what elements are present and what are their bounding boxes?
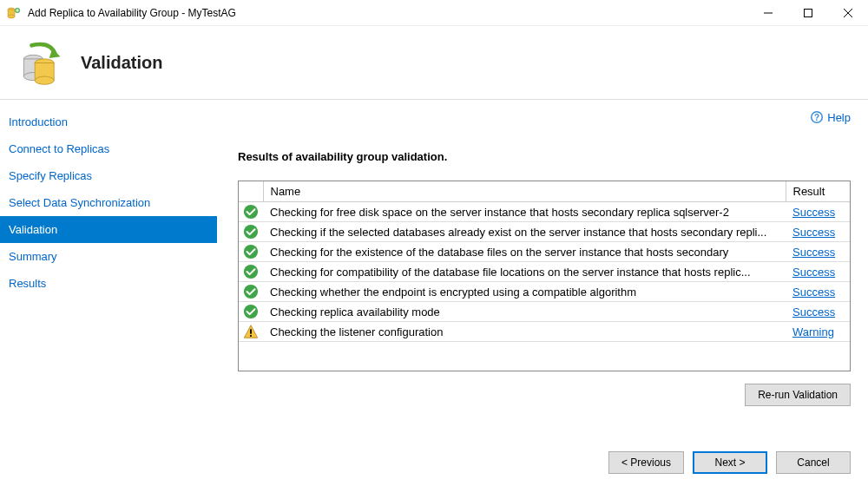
cancel-button[interactable]: Cancel bbox=[776, 451, 851, 474]
sidebar-item-specify-replicas[interactable]: Specify Replicas bbox=[0, 162, 217, 189]
results-title: Results of availability group validation… bbox=[238, 150, 851, 163]
sidebar-item-label: Select Data Synchronization bbox=[9, 196, 150, 209]
maximize-button[interactable] bbox=[788, 0, 828, 26]
help-icon: ? bbox=[810, 110, 824, 124]
table-row: Checking replica availability modeSucces… bbox=[239, 302, 850, 322]
result-link[interactable]: Success bbox=[792, 305, 835, 319]
maximize-icon bbox=[804, 9, 812, 17]
svg-point-23 bbox=[244, 305, 258, 319]
validation-result-cell: Warning bbox=[786, 322, 850, 342]
close-button[interactable] bbox=[828, 0, 868, 26]
page-title: Validation bbox=[81, 53, 162, 73]
svg-point-14 bbox=[35, 76, 54, 84]
column-header-result: Result bbox=[786, 181, 850, 202]
success-icon bbox=[239, 282, 263, 302]
table-row: Checking whether the endpoint is encrypt… bbox=[239, 282, 850, 302]
validation-result-cell: Success bbox=[786, 222, 850, 242]
validation-check-name: Checking for the existence of the databa… bbox=[263, 242, 786, 262]
table-row: Checking for free disk space on the serv… bbox=[239, 202, 850, 222]
validation-check-name: Checking if the selected databases alrea… bbox=[263, 222, 786, 242]
sidebar-item-label: Introduction bbox=[9, 115, 68, 128]
table-row: Checking for compatibility of the databa… bbox=[239, 262, 850, 282]
validation-check-name: Checking for compatibility of the databa… bbox=[263, 262, 786, 282]
next-button[interactable]: Next > bbox=[693, 451, 767, 474]
svg-point-22 bbox=[244, 285, 258, 299]
result-link[interactable]: Success bbox=[792, 266, 835, 279]
svg-point-20 bbox=[244, 245, 258, 259]
rerun-row: Re-run Validation bbox=[238, 384, 851, 406]
content-area: Introduction Connect to Replicas Specify… bbox=[0, 100, 868, 441]
app-icon bbox=[7, 6, 21, 20]
svg-rect-5 bbox=[805, 9, 812, 16]
success-icon bbox=[239, 242, 263, 262]
result-link[interactable]: Success bbox=[792, 206, 835, 219]
svg-rect-26 bbox=[250, 335, 252, 337]
column-header-icon bbox=[239, 181, 263, 202]
result-link[interactable]: Success bbox=[792, 226, 835, 239]
svg-point-18 bbox=[244, 205, 258, 219]
validation-result-cell: Success bbox=[786, 202, 850, 222]
sidebar-item-label: Connect to Replicas bbox=[9, 142, 109, 155]
validation-check-name: Checking replica availability mode bbox=[263, 302, 786, 322]
sidebar-item-label: Validation bbox=[9, 223, 57, 236]
success-icon bbox=[239, 302, 263, 322]
success-icon bbox=[239, 222, 263, 242]
table-row: Checking if the selected databases alrea… bbox=[239, 222, 850, 242]
svg-rect-25 bbox=[250, 329, 252, 333]
validation-result-cell: Success bbox=[786, 262, 850, 282]
wizard-sidebar: Introduction Connect to Replicas Specify… bbox=[0, 100, 217, 441]
rerun-validation-button[interactable]: Re-run Validation bbox=[745, 384, 851, 406]
validation-check-name: Checking for free disk space on the serv… bbox=[263, 202, 786, 222]
validation-table-container: Name Result Checking for free disk space… bbox=[238, 181, 851, 371]
result-link[interactable]: Success bbox=[792, 246, 835, 259]
page-header: Validation bbox=[0, 26, 868, 100]
previous-button[interactable]: < Previous bbox=[608, 451, 684, 474]
svg-point-2 bbox=[8, 15, 15, 18]
minimize-icon bbox=[764, 9, 773, 17]
sidebar-item-results[interactable]: Results bbox=[0, 270, 217, 297]
minimize-button[interactable] bbox=[748, 0, 788, 26]
header-icon bbox=[17, 39, 65, 87]
close-icon bbox=[844, 9, 852, 17]
validation-check-name: Checking the listener configuration bbox=[263, 322, 786, 342]
sidebar-item-introduction[interactable]: Introduction bbox=[0, 108, 217, 135]
result-link[interactable]: Success bbox=[792, 286, 835, 299]
help-row: ? Help bbox=[238, 110, 851, 124]
sidebar-item-label: Summary bbox=[9, 250, 57, 263]
svg-point-19 bbox=[244, 225, 258, 239]
sidebar-item-label: Results bbox=[9, 277, 46, 290]
success-icon bbox=[239, 202, 263, 222]
svg-point-21 bbox=[244, 265, 258, 279]
table-row: Checking the listener configurationWarni… bbox=[239, 322, 850, 342]
svg-text:?: ? bbox=[814, 113, 819, 122]
warning-icon bbox=[239, 322, 263, 342]
window-title: Add Replica to Availability Group - MyTe… bbox=[28, 7, 748, 19]
sidebar-item-select-data-sync[interactable]: Select Data Synchronization bbox=[0, 189, 217, 216]
validation-result-cell: Success bbox=[786, 302, 850, 322]
table-row: Checking for the existence of the databa… bbox=[239, 242, 850, 262]
sidebar-item-validation[interactable]: Validation bbox=[0, 216, 217, 243]
window-controls bbox=[748, 0, 868, 26]
validation-table: Name Result Checking for free disk space… bbox=[239, 181, 850, 342]
result-link[interactable]: Warning bbox=[792, 325, 834, 338]
main-panel: ? Help Results of availability group val… bbox=[217, 100, 868, 441]
validation-check-name: Checking whether the endpoint is encrypt… bbox=[263, 282, 786, 302]
sidebar-item-connect-replicas[interactable]: Connect to Replicas bbox=[0, 135, 217, 162]
sidebar-item-summary[interactable]: Summary bbox=[0, 243, 217, 270]
sidebar-item-label: Specify Replicas bbox=[9, 169, 92, 182]
validation-result-cell: Success bbox=[786, 282, 850, 302]
column-header-name: Name bbox=[263, 181, 786, 202]
wizard-footer: < Previous Next > Cancel bbox=[0, 441, 868, 486]
success-icon bbox=[239, 262, 263, 282]
titlebar: Add Replica to Availability Group - MyTe… bbox=[0, 0, 868, 26]
validation-result-cell: Success bbox=[786, 242, 850, 262]
help-link[interactable]: Help bbox=[827, 111, 851, 124]
table-header-row: Name Result bbox=[239, 181, 850, 202]
